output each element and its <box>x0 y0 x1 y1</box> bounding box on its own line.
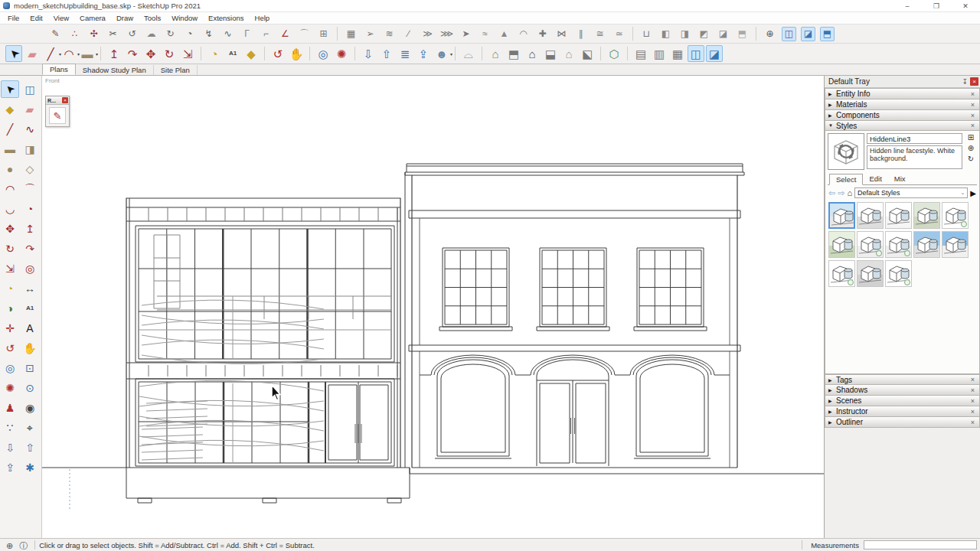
details-arrow-icon[interactable]: ▶ <box>970 189 976 197</box>
style-fan-4-button[interactable]: ◪ <box>716 27 730 41</box>
close-icon[interactable]: × <box>62 97 68 103</box>
style-add-icon[interactable]: ⊕ <box>968 145 974 152</box>
section-display-toggle-button[interactable]: ◫ <box>688 45 704 62</box>
walk-tool-button[interactable]: ∵ <box>1 419 19 436</box>
three-point-arc-tool-button[interactable]: ◡ <box>1 200 19 217</box>
style-tab-mix[interactable]: Mix <box>888 174 912 184</box>
zoom-tool-button[interactable]: ◎ <box>315 45 332 62</box>
look-around-tool-button[interactable]: ◉ <box>21 399 39 416</box>
drape-tool-button[interactable]: ▲ <box>497 27 511 41</box>
tray-section-materials[interactable]: ▶Materials× <box>825 99 980 109</box>
menu-draw[interactable]: Draw <box>111 12 139 24</box>
section-close-icon[interactable]: × <box>969 90 977 98</box>
account-button[interactable]: ☻▾ <box>433 45 450 62</box>
rotate-tool-button[interactable]: ↻ <box>161 45 178 62</box>
tray-section-scenes[interactable]: ▶Scenes× <box>825 396 980 406</box>
select-tool-button[interactable]: ➤ <box>5 45 22 62</box>
style-fan-5-button[interactable]: ⬒ <box>735 27 750 41</box>
style-fan-1-button[interactable]: ◧ <box>658 27 673 41</box>
scene-tab-site-plan[interactable]: Site Plan <box>154 65 198 75</box>
move-tool-button[interactable]: ✥ <box>142 45 159 62</box>
smoove-tool-button[interactable]: ◠ <box>516 27 531 41</box>
menu-edit[interactable]: Edit <box>24 12 47 24</box>
layers-share-button[interactable]: ≣ <box>397 45 413 62</box>
sketchy-edges-button[interactable]: ▤ <box>632 45 649 62</box>
credits-info-icon[interactable]: ⓘ <box>19 541 28 550</box>
measurements-input[interactable] <box>864 540 977 549</box>
section-close-icon[interactable]: × <box>969 419 977 426</box>
view-front-button[interactable]: ⌂ <box>524 45 541 62</box>
threed-text-tool-button[interactable]: A <box>21 319 39 337</box>
section-close-icon[interactable]: × <box>969 408 977 416</box>
freehand-sketch-button[interactable]: ✎ <box>48 27 63 41</box>
extension-warehouse-button[interactable]: ✱ <box>21 458 39 476</box>
arrow-flow-button[interactable]: ➤ <box>459 27 473 41</box>
zoom-tool-button[interactable]: ◎ <box>1 359 19 377</box>
pan-tool-button[interactable]: ✋ <box>21 339 39 357</box>
restore-button[interactable]: ❐ <box>922 0 951 12</box>
angle-edit-button[interactable]: ∠ <box>278 27 292 41</box>
rectangle-tool-button[interactable]: ▬ <box>1 140 19 158</box>
style-tab-edit[interactable]: Edit <box>863 174 887 184</box>
corner-round-button[interactable]: ⌐ <box>259 27 273 41</box>
pin-icon[interactable]: ↧ <box>962 78 968 86</box>
component-options-button[interactable]: ⬡ <box>606 45 622 62</box>
menu-camera[interactable]: Camera <box>74 12 111 24</box>
share-component-button[interactable]: ⇪ <box>415 45 432 62</box>
view-top-button[interactable]: ⬒ <box>505 45 522 62</box>
push-pull-tool-button[interactable]: ↥ <box>21 220 39 237</box>
section-close-icon[interactable]: × <box>969 397 977 405</box>
fan-fold-button[interactable]: ≋ <box>382 27 397 41</box>
style-thumbnail-9[interactable] <box>913 231 940 258</box>
skin-tool-button[interactable]: ≃ <box>612 27 626 41</box>
chevron-down-icon[interactable]: ▾ <box>450 51 452 57</box>
back-icon[interactable]: ⇦ <box>828 188 835 198</box>
camera-target-tool-button[interactable]: ⌖ <box>21 419 39 436</box>
chevron-down-icon[interactable]: ▾ <box>96 51 98 57</box>
rotate-tool-button[interactable]: ↻ <box>1 240 19 257</box>
section-cuts-toggle-button[interactable]: ◪ <box>801 27 815 41</box>
sketch-tool-icon[interactable]: ✎ <box>49 107 66 124</box>
protractor-tool-button[interactable]: ◑ <box>1 299 19 317</box>
new-style-icon[interactable]: ⊞ <box>968 134 974 142</box>
line-tool-button[interactable]: ╱ <box>1 120 19 138</box>
section-cut-toggle-button[interactable]: ◪ <box>706 45 723 62</box>
tray-section-styles[interactable]: ▼Styles× <box>825 120 980 131</box>
tape-measure-tool-button[interactable]: ◔ <box>206 45 223 62</box>
grid-fill-button[interactable]: ⊞ <box>316 27 331 41</box>
section-close-icon[interactable]: × <box>969 386 977 394</box>
style-tab-select[interactable]: Select <box>829 174 863 185</box>
arc-tool-button[interactable]: ◠ <box>1 180 19 197</box>
cloud-shape-button[interactable]: ☁ <box>144 27 158 41</box>
share-model-button[interactable]: ⇧ <box>378 45 395 62</box>
eraser-tool-button[interactable]: ▰ <box>21 100 39 118</box>
style-thumbnail-7[interactable] <box>857 231 884 258</box>
rope-tool-button[interactable]: ∿ <box>220 27 235 41</box>
flip-edge-button[interactable]: ⋈ <box>554 27 569 41</box>
tray-section-shadows[interactable]: ▶Shadows× <box>825 385 980 396</box>
style-thumbnail-12[interactable] <box>857 260 884 287</box>
dimension-tool-button[interactable]: ↔ <box>21 279 39 297</box>
scale-tool-button[interactable]: ⇲ <box>1 259 19 277</box>
share-component-button[interactable]: ⇪ <box>1 458 19 476</box>
add-detail-button[interactable]: ✚ <box>535 27 550 41</box>
drawing-canvas[interactable]: Front R... × ✎ <box>42 76 824 538</box>
pie-tool-button[interactable]: ◔ <box>21 200 39 217</box>
style-thumbnail-13[interactable] <box>885 260 912 287</box>
soften-edges-button[interactable]: ▥ <box>651 45 668 62</box>
scene-tab-shadow-study-plan[interactable]: Shadow Study Plan <box>76 65 154 75</box>
minimize-button[interactable]: – <box>893 0 922 12</box>
follow-me-tool-button[interactable]: ↷ <box>21 240 39 257</box>
arrow-split-button[interactable]: ⋙ <box>439 27 454 41</box>
bezier-points-button[interactable]: ∴ <box>67 27 82 41</box>
polygon-tool-button[interactable]: ◇ <box>21 160 39 178</box>
tray-section-entity-info[interactable]: ▶Entity Info× <box>825 88 980 99</box>
menu-tools[interactable]: Tools <box>139 12 166 24</box>
close-button[interactable]: ✕ <box>951 0 980 12</box>
share-model-button[interactable]: ⇧ <box>21 439 39 456</box>
shadows-toggle-button[interactable]: ▦ <box>669 45 686 62</box>
line-tool-button[interactable]: ╱▾ <box>42 45 59 62</box>
style-thumbnail-3[interactable] <box>885 202 912 229</box>
scene-tab-plans[interactable]: Plans <box>42 64 76 75</box>
push-pull-tool-button[interactable]: ↥ <box>106 45 122 62</box>
